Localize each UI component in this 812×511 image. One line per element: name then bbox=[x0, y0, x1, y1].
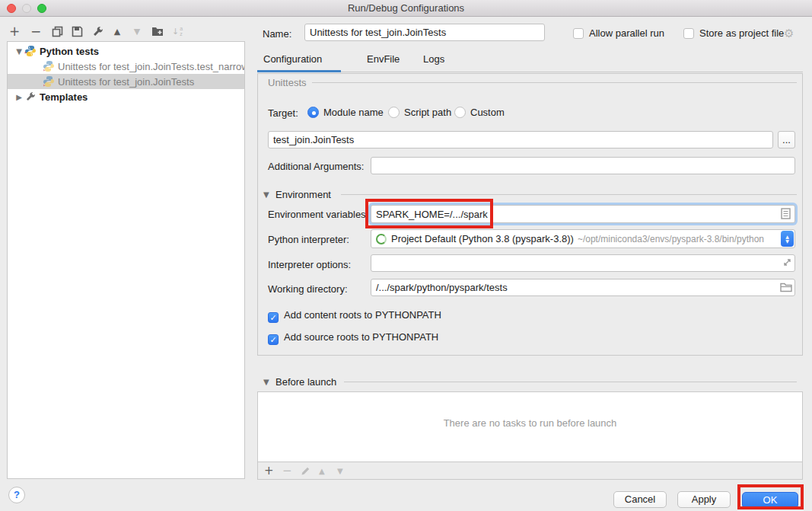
environment-collapse-icon[interactable]: ▼ bbox=[263, 190, 269, 199]
gear-icon[interactable]: ⚙ bbox=[784, 27, 794, 40]
working-directory-input[interactable] bbox=[371, 279, 795, 296]
name-label: Name: bbox=[263, 28, 291, 40]
move-up-icon[interactable]: ▲ bbox=[109, 24, 126, 39]
new-folder-icon[interactable] bbox=[149, 24, 166, 39]
python-tests-icon bbox=[24, 45, 37, 57]
remove-task-icon[interactable]: − bbox=[282, 464, 301, 477]
radio-script-path-label: Script path bbox=[404, 107, 451, 118]
help-button[interactable]: ? bbox=[8, 487, 25, 503]
working-directory-label: Working directory: bbox=[268, 283, 348, 295]
interpreter-options-input[interactable] bbox=[371, 254, 795, 272]
before-launch-section-label: Before launch bbox=[275, 376, 336, 388]
add-configuration-icon[interactable]: + bbox=[6, 24, 23, 39]
python-interpreter-select[interactable]: Project Default (Python 3.8 (pyspark-3.8… bbox=[371, 229, 795, 248]
radio-icon bbox=[388, 107, 400, 118]
conda-env-icon bbox=[376, 234, 387, 244]
tree-node-label: Templates bbox=[40, 91, 88, 103]
environment-variables-label: Environment variables: bbox=[268, 209, 368, 220]
add-source-roots-label: Add source roots to PYTHONPATH bbox=[284, 331, 438, 343]
window-title: Run/Debug Configurations bbox=[0, 2, 812, 14]
ok-button[interactable]: OK bbox=[742, 492, 798, 509]
store-as-project-file-checkbox[interactable]: Store as project file bbox=[683, 27, 784, 39]
environment-section-line bbox=[341, 194, 797, 195]
tree-node-label: Unittests for test_join.JoinTests.test_n… bbox=[58, 61, 244, 72]
tree-expanded-icon[interactable]: ▼ bbox=[14, 47, 24, 56]
add-task-icon[interactable]: + bbox=[264, 464, 282, 477]
edit-env-vars-icon[interactable] bbox=[781, 208, 791, 219]
edit-templates-icon[interactable] bbox=[89, 24, 106, 39]
tab-baseline bbox=[341, 72, 803, 72]
target-label: Target: bbox=[268, 107, 298, 119]
tree-node-unittests-jointests-selected[interactable]: Unittests for test_join.JoinTests bbox=[8, 74, 244, 89]
configurations-tree: ▼ Python tests Unittests for test_join.J… bbox=[7, 41, 245, 479]
checkbox-icon bbox=[573, 28, 584, 39]
allow-parallel-run-checkbox[interactable]: Allow parallel run bbox=[573, 27, 664, 39]
tab-envfile[interactable]: EnvFile bbox=[367, 53, 400, 70]
templates-wrench-icon bbox=[24, 91, 37, 103]
cancel-button[interactable]: Cancel bbox=[613, 491, 667, 508]
remove-configuration-icon[interactable]: − bbox=[27, 24, 44, 39]
unittests-section-line bbox=[312, 82, 797, 83]
module-name-input[interactable] bbox=[268, 131, 773, 149]
radio-custom-label: Custom bbox=[470, 107, 505, 118]
before-launch-collapse-icon[interactable]: ▼ bbox=[263, 378, 269, 386]
checkbox-icon bbox=[683, 28, 694, 39]
expand-field-icon[interactable] bbox=[782, 257, 792, 267]
active-tab-underline bbox=[257, 70, 341, 72]
tab-configuration[interactable]: Configuration bbox=[263, 53, 322, 70]
add-source-roots-checkbox[interactable]: ✓Add source roots to PYTHONPATH bbox=[268, 331, 438, 345]
additional-arguments-input[interactable] bbox=[371, 157, 795, 174]
tree-node-templates[interactable]: ▶ Templates bbox=[8, 89, 244, 104]
browse-folder-icon[interactable] bbox=[780, 283, 792, 292]
radio-selected-icon bbox=[307, 107, 319, 118]
store-as-project-file-label: Store as project file bbox=[699, 27, 784, 39]
python-tests-icon bbox=[43, 60, 55, 72]
radio-script-path[interactable]: Script path bbox=[388, 107, 451, 118]
tab-logs[interactable]: Logs bbox=[423, 53, 444, 70]
move-task-up-icon[interactable]: ▲ bbox=[319, 467, 337, 475]
python-tests-icon bbox=[43, 75, 55, 88]
unittests-section-label: Unittests bbox=[268, 77, 307, 88]
python-interpreter-label: Python interpreter: bbox=[268, 234, 349, 245]
before-launch-toolbar: + − ▲ ▼ bbox=[258, 461, 802, 479]
checkbox-checked-icon: ✓ bbox=[268, 312, 279, 323]
name-input[interactable] bbox=[304, 24, 545, 41]
allow-parallel-run-label: Allow parallel run bbox=[589, 27, 664, 39]
tree-node-label: Python tests bbox=[40, 46, 99, 57]
interpreter-stepper-icon[interactable]: ▲▼ bbox=[781, 231, 794, 247]
before-launch-panel: There are no tasks to run before launch … bbox=[257, 391, 803, 480]
add-content-roots-label: Add content roots to PYTHONPATH bbox=[284, 309, 441, 321]
move-task-down-icon[interactable]: ▼ bbox=[337, 467, 355, 475]
apply-button[interactable]: Apply bbox=[677, 491, 731, 508]
python-interpreter-path: ~/opt/miniconda3/envs/pyspark-3.8/bin/py… bbox=[578, 234, 764, 244]
tree-node-label: Unittests for test_join.JoinTests bbox=[58, 76, 194, 88]
save-configuration-icon[interactable] bbox=[68, 24, 85, 39]
copy-configuration-icon[interactable] bbox=[49, 24, 65, 39]
radio-custom[interactable]: Custom bbox=[454, 107, 505, 118]
add-content-roots-checkbox[interactable]: ✓Add content roots to PYTHONPATH bbox=[268, 309, 441, 323]
browse-button[interactable]: ... bbox=[778, 131, 795, 149]
edit-task-icon[interactable] bbox=[301, 466, 319, 476]
interpreter-options-label: Interpreter options: bbox=[268, 259, 351, 270]
tree-node-unittests-test-narrow[interactable]: Unittests for test_join.JoinTests.test_n… bbox=[8, 59, 244, 74]
environment-section-label: Environment bbox=[275, 189, 331, 200]
move-down-icon[interactable]: ▼ bbox=[129, 24, 145, 39]
radio-module-name-label: Module name bbox=[323, 107, 384, 118]
before-launch-empty-text: There are no tasks to run before launch bbox=[258, 417, 802, 429]
sort-configurations-icon[interactable]: ↓ az bbox=[169, 24, 186, 39]
python-interpreter-value: Project Default (Python 3.8 (pyspark-3.8… bbox=[391, 233, 574, 244]
tree-node-python-tests[interactable]: ▼ Python tests bbox=[8, 43, 244, 59]
tree-collapsed-icon[interactable]: ▶ bbox=[14, 93, 24, 101]
before-launch-section-line bbox=[344, 382, 797, 382]
radio-icon bbox=[454, 107, 466, 118]
environment-variables-input[interactable] bbox=[371, 205, 795, 223]
radio-module-name[interactable]: Module name bbox=[307, 107, 384, 118]
title-bar: Run/Debug Configurations bbox=[0, 0, 812, 17]
additional-arguments-label: Additional Arguments: bbox=[268, 161, 364, 172]
checkbox-checked-icon: ✓ bbox=[268, 334, 279, 345]
